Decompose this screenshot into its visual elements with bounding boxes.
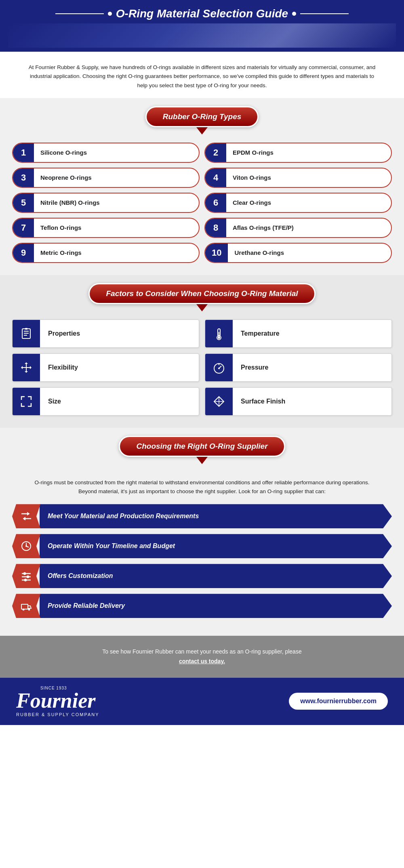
- supplier-label: Operate Within Your Timeline and Budget: [40, 542, 175, 550]
- factor-label: Size: [40, 398, 69, 405]
- svg-rect-7: [219, 332, 219, 336]
- type-number: 2: [205, 143, 226, 162]
- svg-point-25: [23, 572, 26, 575]
- svg-point-32: [28, 609, 30, 611]
- footer-cta-main: To see how Fournier Rubber can meet your…: [102, 648, 301, 655]
- type-number: 10: [205, 244, 228, 262]
- supplier-icon: [12, 594, 40, 618]
- header-line-right: [300, 13, 349, 14]
- factor-icon: [13, 354, 40, 381]
- factor-icon: [13, 388, 40, 415]
- type-label: Aflas O-rings (TFE/P): [226, 220, 300, 235]
- factors-section: Factors to Consider When Choosing O-Ring…: [0, 275, 404, 428]
- type-number: 9: [13, 244, 34, 262]
- factor-item: Flexibility: [12, 353, 199, 382]
- factors-heading-arrow: [196, 304, 208, 311]
- supplier-items-list: Meet Your Material and Production Requir…: [12, 504, 392, 618]
- supplier-blue-bg: Offers Customization: [40, 564, 392, 588]
- supplier-item: Offers Customization: [12, 564, 392, 588]
- type-label: Urethane O-rings: [228, 245, 290, 260]
- supplier-label: Meet Your Material and Production Requir…: [40, 513, 199, 520]
- factor-icon: [205, 354, 233, 381]
- factors-section-header: Factors to Consider When Choosing O-Ring…: [12, 283, 392, 311]
- types-grid: 1 Silicone O-rings 2 EPDM O-rings 3 Neop…: [12, 143, 392, 263]
- svg-point-14: [218, 368, 220, 369]
- type-number: 8: [205, 219, 226, 237]
- intro-text: At Fournier Rubber & Supply, we have hun…: [24, 63, 380, 90]
- types-heading: Rubber O-Ring Types: [145, 106, 259, 127]
- svg-rect-4: [25, 328, 27, 330]
- brand-logo: SINCE 1933 Fournier RUBBER & SUPPLY COMP…: [16, 686, 99, 717]
- svg-point-29: [24, 579, 27, 581]
- supplier-icon: [12, 504, 40, 528]
- type-number: 3: [13, 168, 34, 187]
- footer-brand: SINCE 1933 Fournier RUBBER & SUPPLY COMP…: [0, 678, 404, 725]
- supplier-item: Meet Your Material and Production Requir…: [12, 504, 392, 528]
- type-item: 2 EPDM O-rings: [204, 143, 392, 163]
- supplier-label: Offers Customization: [40, 572, 113, 580]
- header-image-strip: [8, 23, 396, 48]
- svg-point-31: [23, 609, 25, 611]
- supplier-icon: [12, 534, 40, 558]
- type-label: Viton O-rings: [226, 170, 278, 185]
- type-item: 7 Teflon O-rings: [12, 218, 200, 238]
- type-label: Clear O-rings: [226, 195, 278, 210]
- type-number: 4: [205, 168, 226, 187]
- type-label: Neoprene O-rings: [34, 170, 98, 185]
- footer-cta-link[interactable]: contact us today.: [179, 658, 225, 664]
- factor-item: Surface Finish: [205, 387, 392, 416]
- svg-point-23: [25, 545, 27, 547]
- type-item: 1 Silicone O-rings: [12, 143, 200, 163]
- supplier-intro-text: O-rings must be constructed from the rig…: [12, 472, 392, 504]
- factors-grid: Properties Temperature Flexibility Press…: [12, 319, 392, 416]
- type-label: EPDM O-rings: [226, 145, 280, 160]
- supplier-heading: Choosing the Right O-Ring Supplier: [119, 436, 285, 457]
- supplier-icon: [12, 564, 40, 588]
- factor-label: Pressure: [233, 364, 277, 371]
- supplier-blue-bg: Operate Within Your Timeline and Budget: [40, 534, 392, 558]
- types-section: Rubber O-Ring Types 1 Silicone O-rings 2…: [0, 98, 404, 275]
- type-item: 8 Aflas O-rings (TFE/P): [204, 218, 392, 238]
- factor-icon: [13, 320, 40, 347]
- svg-rect-30: [21, 604, 28, 609]
- type-item: 9 Metric O-rings: [12, 243, 200, 263]
- type-label: Nitrile (NBR) O-rings: [34, 195, 106, 210]
- factor-item: Size: [12, 387, 199, 416]
- footer-cta-text: To see how Fournier Rubber can meet your…: [24, 647, 380, 666]
- brand-website[interactable]: www.fournierrubber.com: [289, 693, 388, 710]
- factor-item: Properties: [12, 319, 199, 348]
- type-item: 4 Viton O-rings: [204, 168, 392, 188]
- svg-point-27: [27, 576, 29, 578]
- type-number: 1: [13, 143, 34, 162]
- factor-label: Properties: [40, 330, 88, 337]
- type-label: Silicone O-rings: [34, 145, 93, 160]
- supplier-section: Choosing the Right O-Ring Supplier O-rin…: [0, 428, 404, 636]
- header-title-row: O-Ring Material Selection Guide: [8, 7, 396, 20]
- page-title: O-Ring Material Selection Guide: [116, 7, 288, 20]
- types-section-header: Rubber O-Ring Types: [12, 106, 392, 135]
- type-item: 10 Urethane O-rings: [204, 243, 392, 263]
- type-item: 5 Nitrile (NBR) O-rings: [12, 193, 200, 213]
- type-item: 6 Clear O-rings: [204, 193, 392, 213]
- supplier-label: Provide Reliable Delivery: [40, 602, 125, 609]
- supplier-section-header: Choosing the Right O-Ring Supplier: [12, 436, 392, 464]
- factor-item: Pressure: [205, 353, 392, 382]
- type-number: 6: [205, 193, 226, 212]
- type-number: 7: [13, 219, 34, 237]
- svg-point-8: [218, 336, 220, 339]
- footer-cta: To see how Fournier Rubber can meet your…: [0, 636, 404, 678]
- factor-item: Temperature: [205, 319, 392, 348]
- supplier-blue-bg: Provide Reliable Delivery: [40, 594, 392, 618]
- type-label: Teflon O-rings: [34, 220, 88, 235]
- type-label: Metric O-rings: [34, 245, 88, 260]
- supplier-item: Operate Within Your Timeline and Budget: [12, 534, 392, 558]
- header-dot-right: [292, 12, 296, 16]
- intro-section: At Fournier Rubber & Supply, we have hun…: [0, 52, 404, 98]
- types-heading-arrow: [196, 127, 208, 135]
- supplier-blue-bg: Meet Your Material and Production Requir…: [40, 504, 392, 528]
- factor-label: Surface Finish: [233, 398, 293, 405]
- brand-sub: RUBBER & SUPPLY COMPANY: [16, 712, 99, 717]
- supplier-heading-arrow: [196, 457, 208, 464]
- factor-label: Flexibility: [40, 364, 86, 371]
- factor-icon: [205, 320, 233, 347]
